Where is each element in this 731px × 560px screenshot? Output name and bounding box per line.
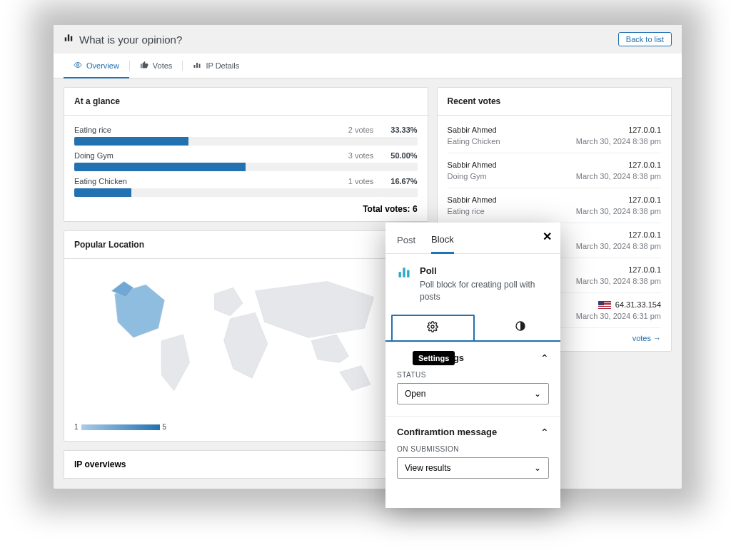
recent-vote-item: Sabbir AhmedEating Chicken 127.0.0.1Marc… [448, 118, 661, 153]
tab-ip-details[interactable]: IP Details [183, 54, 249, 78]
svg-rect-4 [194, 65, 196, 68]
subtab-settings[interactable] [391, 315, 475, 340]
option-votes: 2 votes [348, 126, 373, 134]
popular-location-card: Popular Location Unit [64, 230, 428, 442]
scale-max: 5 [163, 423, 167, 431]
progress-bar [74, 137, 418, 146]
ip-overviews-heading: IP overviews [64, 450, 428, 479]
voter-ip: 64.31.33.154 [576, 300, 661, 309]
view-all-votes-link[interactable]: votes → [632, 334, 661, 342]
back-to-list-button[interactable]: Back to list [618, 32, 672, 46]
vote-time: March 30, 2024 6:31 pm [576, 312, 661, 320]
scale-min: 1 [74, 423, 79, 431]
status-value: Open [405, 389, 425, 399]
recent-vote-item: Sabbir AhmedEating rice 127.0.0.1March 3… [448, 188, 661, 223]
tab-label: IP Details [206, 61, 239, 70]
tab-block[interactable]: Block [431, 230, 454, 254]
svg-point-3 [77, 64, 79, 66]
voter-choice: Eating Chicken [448, 137, 500, 146]
block-title: Poll [420, 265, 549, 276]
section-title: Gen Settings gs [397, 352, 464, 363]
svg-rect-9 [407, 270, 409, 278]
tab-label: Votes [153, 61, 173, 70]
voter-ip: 127.0.0.1 [576, 230, 661, 239]
contrast-icon [515, 320, 526, 335]
block-description: Poll block for creating poll with posts [420, 279, 549, 303]
vote-time: March 30, 2024 8:38 pm [576, 242, 661, 250]
voter-ip: 127.0.0.1 [576, 265, 661, 274]
option-pct: 16.67% [390, 177, 417, 185]
chevron-up-icon[interactable]: ⌃ [540, 427, 549, 438]
close-icon[interactable]: ✕ [543, 230, 552, 243]
section-confirmation: Confiramtion message ⌃ ON SUBMISSION Vie… [385, 416, 560, 483]
tab-overview[interactable]: Overview [64, 54, 129, 78]
glance-row: Eating Chicken 1 votes 16.67% [74, 173, 418, 198]
eye-icon [74, 61, 82, 71]
vote-time: March 30, 2024 8:38 pm [576, 172, 661, 180]
option-label: Eating Chicken [74, 177, 127, 185]
at-a-glance-card: At a glance Eating rice 2 votes 33.33% [64, 87, 428, 222]
svg-rect-7 [399, 272, 401, 278]
svg-rect-5 [196, 63, 198, 68]
tabs-row: Overview Votes IP Details [54, 54, 682, 78]
card-heading: At a glance [64, 88, 428, 116]
chevron-down-icon: ⌄ [534, 389, 541, 399]
progress-bar [74, 163, 418, 171]
on-submission-value: View results [405, 463, 450, 473]
voter-ip: 127.0.0.1 [576, 161, 661, 169]
option-pct: 50.00% [390, 151, 417, 160]
chevron-down-icon: ⌄ [534, 463, 541, 473]
vote-time: March 30, 2024 8:38 pm [576, 207, 661, 215]
svg-rect-2 [71, 36, 72, 41]
voter-name: Sabbir Ahmed [448, 161, 497, 169]
glance-row: Doing Gym 3 votes 50.00% [74, 147, 418, 173]
section-general: Gen Settings gs ⌃ STATUS Open ⌄ [385, 342, 560, 409]
voter-choice: Eating rice [448, 207, 497, 215]
voter-ip: 127.0.0.1 [576, 126, 661, 134]
page-title: What is your opinion? [79, 34, 182, 46]
dashboard-panel: What is your opinion? Back to list Overv… [54, 25, 682, 489]
us-flag-icon [598, 301, 611, 309]
status-select[interactable]: Open ⌄ [397, 383, 549, 404]
vote-time: March 30, 2024 8:38 pm [576, 277, 661, 285]
map-scale: 1 5 [74, 423, 418, 431]
card-heading: Popular Location [64, 231, 428, 259]
subtab-styles[interactable] [480, 315, 561, 340]
on-submission-select[interactable]: View results ⌄ [397, 457, 549, 479]
world-map[interactable] [74, 269, 418, 419]
chevron-up-icon[interactable]: ⌃ [540, 352, 549, 364]
chart-icon [193, 61, 201, 71]
option-pct: 33.33% [390, 126, 417, 134]
svg-point-10 [431, 325, 434, 328]
titlebar: What is your opinion? Back to list [54, 25, 682, 54]
voter-name: Sabbir Ahmed [448, 126, 500, 134]
tab-votes[interactable]: Votes [130, 54, 183, 78]
poll-icon [64, 33, 74, 46]
poll-icon [397, 265, 411, 303]
option-votes: 1 votes [348, 177, 373, 185]
block-header: Poll Poll block for creating poll with p… [385, 254, 560, 315]
voter-ip: 127.0.0.1 [576, 195, 661, 204]
option-votes: 3 votes [348, 151, 373, 160]
option-label: Doing Gym [74, 151, 114, 160]
section-title: Confiramtion message [397, 427, 497, 437]
voter-choice: Doing Gym [448, 172, 497, 180]
status-label: STATUS [397, 371, 549, 379]
scale-gradient [81, 424, 160, 430]
settings-tooltip: Settings [413, 351, 455, 365]
card-heading: Recent votes [438, 88, 671, 116]
thumbs-up-icon [140, 61, 148, 71]
voter-name: Sabbir Ahmed [448, 195, 497, 204]
tab-post[interactable]: Post [397, 230, 415, 253]
vote-time: March 30, 2024 8:38 pm [576, 137, 661, 146]
svg-rect-0 [65, 37, 66, 41]
block-settings-panel: Post Block ✕ Poll Poll block for creatin… [385, 223, 560, 508]
settings-subtabs [385, 315, 560, 342]
svg-rect-1 [68, 34, 69, 41]
progress-bar [74, 188, 418, 197]
glance-row: Eating rice 2 votes 33.33% [74, 121, 418, 147]
tab-label: Overview [86, 61, 119, 70]
content-area: At a glance Eating rice 2 votes 33.33% [54, 78, 682, 487]
svg-rect-8 [403, 268, 405, 277]
svg-rect-6 [199, 64, 201, 68]
